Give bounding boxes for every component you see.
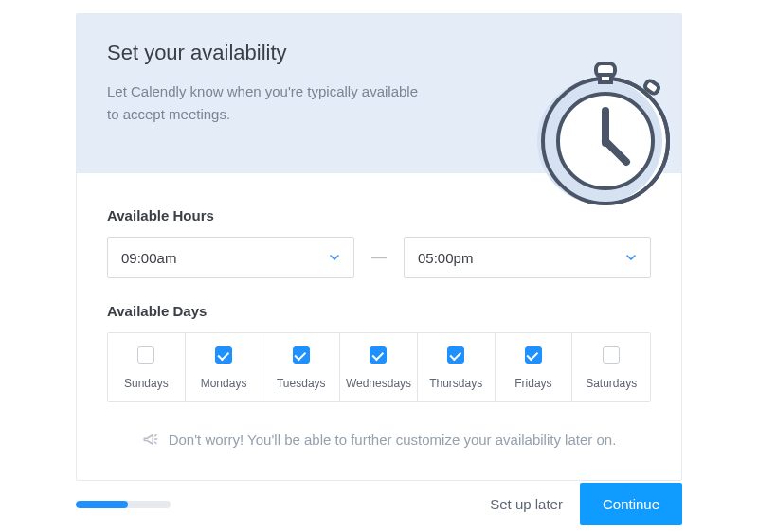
availability-card: Set your availability Let Calendly know … bbox=[76, 13, 682, 481]
day-label: Sundays bbox=[112, 377, 181, 390]
availability-note: Don't worry! You'll be able to further c… bbox=[107, 431, 651, 448]
day-checkbox[interactable] bbox=[603, 346, 620, 364]
svg-rect-7 bbox=[600, 75, 611, 82]
start-time-select[interactable]: 09:00am bbox=[107, 237, 354, 278]
day-label: Tuesdays bbox=[266, 377, 335, 390]
day-label: Fridays bbox=[499, 377, 568, 390]
day-label: Thursdays bbox=[422, 377, 491, 390]
stopwatch-illustration bbox=[511, 37, 681, 207]
chevron-down-icon bbox=[625, 252, 637, 263]
progress-bar bbox=[76, 501, 128, 508]
day-toggle-wednesdays[interactable]: Wednesdays bbox=[340, 333, 418, 401]
card-header: Set your availability Let Calendly know … bbox=[77, 14, 681, 173]
day-checkbox[interactable] bbox=[215, 346, 232, 364]
day-label: Wednesdays bbox=[344, 377, 413, 390]
day-label: Mondays bbox=[190, 377, 259, 390]
day-toggle-saturdays[interactable]: Saturdays bbox=[572, 333, 650, 401]
availability-note-text: Don't worry! You'll be able to further c… bbox=[169, 432, 617, 448]
time-range-separator: — bbox=[371, 249, 387, 266]
progress-track bbox=[76, 501, 171, 508]
available-hours-label: Available Hours bbox=[107, 207, 651, 223]
day-toggle-sundays[interactable]: Sundays bbox=[108, 333, 186, 401]
day-checkbox[interactable] bbox=[525, 346, 542, 364]
end-time-value: 05:00pm bbox=[418, 250, 473, 266]
card-body: Available Hours 09:00am — 05:00pm Availa… bbox=[77, 173, 681, 480]
day-checkbox[interactable] bbox=[293, 346, 310, 364]
day-toggle-thursdays[interactable]: Thursdays bbox=[418, 333, 496, 401]
continue-button[interactable]: Continue bbox=[580, 483, 682, 525]
chevron-down-icon bbox=[329, 252, 340, 263]
available-days-label: Available Days bbox=[107, 303, 651, 319]
footer: Set up later Continue bbox=[76, 483, 682, 525]
day-checkbox[interactable] bbox=[137, 346, 154, 364]
day-checkbox[interactable] bbox=[447, 346, 464, 364]
day-toggle-mondays[interactable]: Mondays bbox=[186, 333, 263, 401]
day-toggle-tuesdays[interactable]: Tuesdays bbox=[262, 333, 340, 401]
page-subtitle: Let Calendly know when you're typically … bbox=[107, 80, 420, 126]
day-toggle-fridays[interactable]: Fridays bbox=[496, 333, 573, 401]
available-days-grid: SundaysMondaysTuesdaysWednesdaysThursday… bbox=[107, 332, 651, 402]
setup-later-button[interactable]: Set up later bbox=[473, 487, 580, 522]
start-time-value: 09:00am bbox=[121, 250, 176, 266]
megaphone-icon bbox=[142, 431, 159, 448]
day-checkbox[interactable] bbox=[370, 346, 387, 364]
available-hours-row: 09:00am — 05:00pm bbox=[107, 237, 651, 278]
day-label: Saturdays bbox=[576, 377, 646, 390]
end-time-select[interactable]: 05:00pm bbox=[404, 237, 651, 278]
